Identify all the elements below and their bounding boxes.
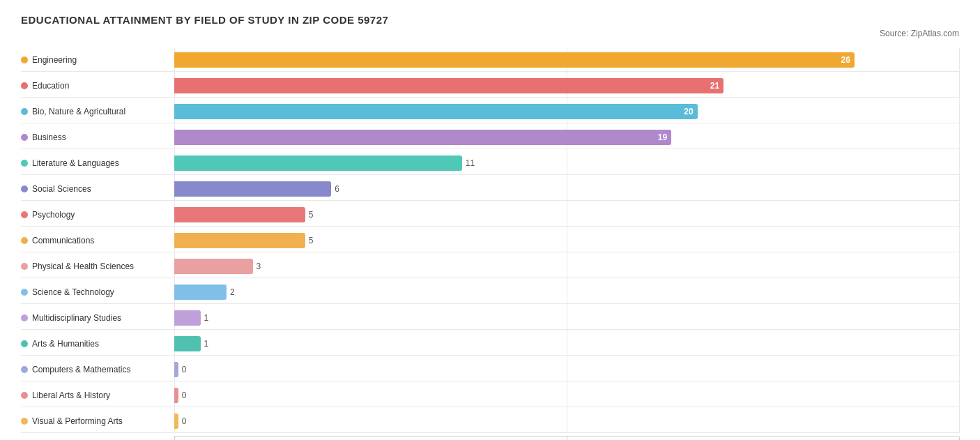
bar-fill: 0 (174, 388, 178, 403)
bar-fill: 2 (174, 285, 227, 300)
label-dot (21, 392, 28, 399)
bar-value-label: 6 (335, 181, 339, 197)
bar-container: 11 (174, 155, 959, 171)
label-dot (21, 366, 28, 373)
chart-area: Engineering26Education21Bio, Nature & Ag… (21, 48, 959, 440)
label-dot (21, 418, 28, 425)
bar-label: Literature & Languages (21, 158, 174, 168)
bar-container: 1 (174, 310, 959, 326)
bar-fill: 3 (174, 259, 253, 274)
bar-rows: Engineering26Education21Bio, Nature & Ag… (21, 48, 959, 433)
bar-label-text: Science & Technology (32, 287, 114, 297)
bar-row: Physical & Health Sciences3 (21, 255, 959, 278)
bar-row: Visual & Performing Arts0 (21, 409, 959, 433)
bar-container: 0 (174, 414, 959, 429)
bar-row: Arts & Humanities1 (21, 332, 959, 356)
bar-row: Literature & Languages11 (21, 151, 959, 175)
label-dot (21, 289, 28, 296)
source-label: Source: ZipAtlas.com (21, 29, 959, 38)
bar-label-text: Education (32, 81, 69, 91)
bar-label-text: Physical & Health Sciences (32, 261, 134, 271)
bar-value-label: 21 (710, 78, 719, 93)
bar-fill: 19 (174, 130, 671, 145)
bar-container: 5 (174, 207, 959, 222)
bar-label-text: Psychology (32, 210, 75, 220)
bar-label-text: Literature & Languages (32, 158, 119, 168)
bar-container: 0 (174, 388, 959, 403)
bar-label: Visual & Performing Arts (21, 416, 174, 426)
bar-label-text: Engineering (32, 55, 77, 65)
bar-label-text: Social Sciences (32, 184, 91, 194)
x-axis: 01530 (174, 436, 959, 440)
bar-label: Communications (21, 236, 174, 245)
bar-container: 21 (174, 78, 959, 93)
bar-row: Engineering26 (21, 48, 959, 72)
bar-fill: 11 (174, 155, 462, 171)
bar-fill: 6 (174, 181, 331, 197)
bar-label: Liberal Arts & History (21, 390, 174, 400)
bar-value-label: 3 (257, 259, 261, 274)
bar-value-label: 20 (684, 104, 693, 119)
bar-value-label: 1 (204, 336, 209, 351)
bar-container: 1 (174, 336, 959, 351)
bar-value-label: 5 (309, 233, 314, 248)
label-dot (21, 211, 28, 218)
bar-label: Business (21, 132, 174, 142)
bar-label: Multidisciplinary Studies (21, 313, 174, 323)
bar-label-text: Bio, Nature & Agricultural (32, 107, 125, 116)
bar-container: 3 (174, 259, 959, 274)
bar-label-text: Arts & Humanities (32, 339, 99, 349)
bar-container: 5 (174, 233, 959, 248)
label-dot (21, 160, 28, 167)
bar-container: 26 (174, 52, 959, 68)
bar-container: 2 (174, 285, 959, 300)
bar-label: Social Sciences (21, 184, 174, 194)
bar-value-label: 2 (230, 285, 235, 300)
label-dot (21, 82, 28, 89)
chart-title: EDUCATIONAL ATTAINMENT BY FIELD OF STUDY… (21, 14, 959, 26)
label-dot (21, 314, 28, 321)
bar-value-label: 1 (204, 310, 209, 326)
bar-row: Communications5 (21, 229, 959, 252)
label-dot (21, 108, 28, 115)
bar-row: Liberal Arts & History0 (21, 384, 959, 407)
bar-container: 20 (174, 104, 959, 119)
bar-label: Physical & Health Sciences (21, 261, 174, 271)
bar-row: Computers & Mathematics0 (21, 358, 959, 381)
bar-value-label: 5 (309, 207, 314, 222)
bar-label: Arts & Humanities (21, 339, 174, 349)
bar-label: Computers & Mathematics (21, 365, 174, 374)
bar-label: Bio, Nature & Agricultural (21, 107, 174, 116)
bar-container: 19 (174, 130, 959, 145)
bar-row: Bio, Nature & Agricultural20 (21, 100, 959, 123)
bar-label: Engineering (21, 55, 174, 65)
bar-label-text: Visual & Performing Arts (32, 416, 123, 426)
bar-label-text: Liberal Arts & History (32, 390, 110, 400)
bar-label-text: Computers & Mathematics (32, 365, 130, 374)
bar-label-text: Communications (32, 236, 94, 245)
bar-value-label: 0 (182, 388, 187, 403)
bar-row: Science & Technology2 (21, 280, 959, 304)
bar-fill: 1 (174, 336, 201, 351)
bar-row: Social Sciences6 (21, 177, 959, 201)
label-dot (21, 237, 28, 244)
bar-label-text: Multidisciplinary Studies (32, 313, 121, 323)
bar-fill: 26 (174, 52, 855, 68)
bar-fill: 1 (174, 310, 201, 326)
label-dot (21, 56, 28, 63)
bar-value-label: 26 (841, 52, 850, 68)
bar-container: 6 (174, 181, 959, 197)
bar-fill: 20 (174, 104, 698, 119)
bar-row: Psychology5 (21, 203, 959, 227)
bar-value-label: 19 (658, 130, 667, 145)
label-dot (21, 185, 28, 192)
bar-value-label: 0 (182, 414, 187, 429)
bar-container: 0 (174, 362, 959, 377)
bar-label: Education (21, 81, 174, 91)
bar-fill: 5 (174, 233, 305, 248)
bar-row: Education21 (21, 74, 959, 98)
bar-fill: 0 (174, 414, 178, 429)
bar-fill: 21 (174, 78, 723, 93)
bar-fill: 5 (174, 207, 305, 222)
label-dot (21, 340, 28, 347)
